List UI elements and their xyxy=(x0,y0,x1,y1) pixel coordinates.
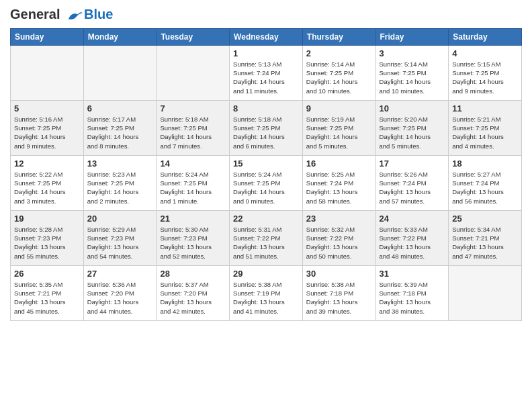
day-info: Sunrise: 5:20 AM Sunset: 7:25 PM Dayligh… xyxy=(380,115,445,150)
day-info: Sunrise: 5:27 AM Sunset: 7:24 PM Dayligh… xyxy=(452,170,518,205)
weekday-header-tuesday: Tuesday xyxy=(157,28,230,45)
day-number: 9 xyxy=(306,103,372,113)
calendar-week-row: 26Sunrise: 5:35 AM Sunset: 7:21 PM Dayli… xyxy=(11,265,522,320)
day-number: 31 xyxy=(380,269,445,279)
calendar-week-row: 12Sunrise: 5:22 AM Sunset: 7:25 PM Dayli… xyxy=(11,155,522,210)
day-info: Sunrise: 5:38 AM Sunset: 7:18 PM Dayligh… xyxy=(306,280,372,316)
calendar-cell: 21Sunrise: 5:30 AM Sunset: 7:23 PM Dayli… xyxy=(157,210,230,265)
day-info: Sunrise: 5:25 AM Sunset: 7:24 PM Dayligh… xyxy=(306,170,372,205)
calendar-cell: 25Sunrise: 5:34 AM Sunset: 7:21 PM Dayli… xyxy=(449,210,522,265)
weekday-header-monday: Monday xyxy=(83,28,157,45)
calendar-cell: 16Sunrise: 5:25 AM Sunset: 7:24 PM Dayli… xyxy=(302,155,375,210)
weekday-header-sunday: Sunday xyxy=(11,28,84,45)
day-number: 15 xyxy=(233,158,299,169)
day-info: Sunrise: 5:32 AM Sunset: 7:22 PM Dayligh… xyxy=(306,225,372,261)
day-number: 1 xyxy=(233,48,299,58)
day-info: Sunrise: 5:29 AM Sunset: 7:23 PM Dayligh… xyxy=(87,225,153,261)
day-info: Sunrise: 5:24 AM Sunset: 7:25 PM Dayligh… xyxy=(160,170,226,205)
day-number: 7 xyxy=(160,103,226,113)
day-number: 13 xyxy=(87,158,153,169)
day-info: Sunrise: 5:21 AM Sunset: 7:25 PM Dayligh… xyxy=(452,115,518,150)
calendar-cell xyxy=(449,265,522,320)
calendar-week-row: 1Sunrise: 5:13 AM Sunset: 7:24 PM Daylig… xyxy=(11,45,522,100)
day-info: Sunrise: 5:18 AM Sunset: 7:25 PM Dayligh… xyxy=(160,115,226,150)
day-number: 18 xyxy=(452,158,518,169)
day-number: 5 xyxy=(14,103,80,113)
weekday-header-thursday: Thursday xyxy=(302,28,375,45)
calendar-cell xyxy=(83,45,157,100)
calendar-cell: 26Sunrise: 5:35 AM Sunset: 7:21 PM Dayli… xyxy=(11,265,84,320)
day-info: Sunrise: 5:39 AM Sunset: 7:18 PM Dayligh… xyxy=(380,280,445,316)
calendar-cell: 15Sunrise: 5:24 AM Sunset: 7:25 PM Dayli… xyxy=(230,155,303,210)
day-info: Sunrise: 5:31 AM Sunset: 7:22 PM Dayligh… xyxy=(233,225,299,261)
calendar-cell: 17Sunrise: 5:26 AM Sunset: 7:24 PM Dayli… xyxy=(375,155,449,210)
calendar-cell: 31Sunrise: 5:39 AM Sunset: 7:18 PM Dayli… xyxy=(375,265,449,320)
day-info: Sunrise: 5:23 AM Sunset: 7:25 PM Dayligh… xyxy=(87,170,153,205)
day-number: 29 xyxy=(233,269,299,279)
day-info: Sunrise: 5:19 AM Sunset: 7:25 PM Dayligh… xyxy=(306,115,372,150)
day-info: Sunrise: 5:18 AM Sunset: 7:25 PM Dayligh… xyxy=(233,115,299,150)
day-number: 2 xyxy=(306,48,372,58)
calendar-cell: 14Sunrise: 5:24 AM Sunset: 7:25 PM Dayli… xyxy=(157,155,230,210)
day-info: Sunrise: 5:16 AM Sunset: 7:25 PM Dayligh… xyxy=(14,115,80,150)
calendar-cell: 3Sunrise: 5:14 AM Sunset: 7:25 PM Daylig… xyxy=(375,45,449,100)
day-info: Sunrise: 5:33 AM Sunset: 7:22 PM Dayligh… xyxy=(380,225,445,261)
day-info: Sunrise: 5:26 AM Sunset: 7:24 PM Dayligh… xyxy=(380,170,445,205)
day-info: Sunrise: 5:14 AM Sunset: 7:25 PM Dayligh… xyxy=(306,60,372,95)
calendar-cell: 7Sunrise: 5:18 AM Sunset: 7:25 PM Daylig… xyxy=(157,100,230,155)
calendar-cell xyxy=(157,45,230,100)
calendar-cell: 30Sunrise: 5:38 AM Sunset: 7:18 PM Dayli… xyxy=(302,265,375,320)
calendar-cell: 20Sunrise: 5:29 AM Sunset: 7:23 PM Dayli… xyxy=(83,210,157,265)
calendar-cell: 13Sunrise: 5:23 AM Sunset: 7:25 PM Dayli… xyxy=(83,155,157,210)
logo: General Blue xyxy=(10,7,113,23)
day-number: 12 xyxy=(14,158,80,169)
calendar-cell: 1Sunrise: 5:13 AM Sunset: 7:24 PM Daylig… xyxy=(230,45,303,100)
day-number: 22 xyxy=(233,214,299,224)
day-number: 25 xyxy=(452,214,518,224)
day-number: 16 xyxy=(306,158,372,169)
header: General Blue xyxy=(10,7,522,23)
calendar-table: SundayMondayTuesdayWednesdayThursdayFrid… xyxy=(10,28,522,321)
day-info: Sunrise: 5:36 AM Sunset: 7:20 PM Dayligh… xyxy=(87,280,153,316)
calendar-cell: 10Sunrise: 5:20 AM Sunset: 7:25 PM Dayli… xyxy=(375,100,449,155)
weekday-header-wednesday: Wednesday xyxy=(230,28,303,45)
weekday-header-row: SundayMondayTuesdayWednesdayThursdayFrid… xyxy=(11,28,522,45)
calendar-cell: 24Sunrise: 5:33 AM Sunset: 7:22 PM Dayli… xyxy=(375,210,449,265)
calendar-week-row: 5Sunrise: 5:16 AM Sunset: 7:25 PM Daylig… xyxy=(11,100,522,155)
calendar-cell: 12Sunrise: 5:22 AM Sunset: 7:25 PM Dayli… xyxy=(11,155,84,210)
calendar-cell: 28Sunrise: 5:37 AM Sunset: 7:20 PM Dayli… xyxy=(157,265,230,320)
calendar-cell: 8Sunrise: 5:18 AM Sunset: 7:25 PM Daylig… xyxy=(230,100,303,155)
day-info: Sunrise: 5:30 AM Sunset: 7:23 PM Dayligh… xyxy=(160,225,226,261)
day-number: 26 xyxy=(14,269,80,279)
calendar-cell: 11Sunrise: 5:21 AM Sunset: 7:25 PM Dayli… xyxy=(449,100,522,155)
calendar-cell: 4Sunrise: 5:15 AM Sunset: 7:25 PM Daylig… xyxy=(449,45,522,100)
day-number: 3 xyxy=(380,48,445,58)
day-number: 17 xyxy=(380,158,445,169)
day-number: 11 xyxy=(452,103,518,113)
calendar-week-row: 19Sunrise: 5:28 AM Sunset: 7:23 PM Dayli… xyxy=(11,210,522,265)
day-number: 4 xyxy=(452,48,518,58)
day-info: Sunrise: 5:13 AM Sunset: 7:24 PM Dayligh… xyxy=(233,60,299,95)
day-number: 21 xyxy=(160,214,226,224)
day-info: Sunrise: 5:38 AM Sunset: 7:19 PM Dayligh… xyxy=(233,280,299,316)
calendar-cell: 23Sunrise: 5:32 AM Sunset: 7:22 PM Dayli… xyxy=(302,210,375,265)
page: General Blue SundayMondayTuesdayWednesda… xyxy=(0,0,532,411)
weekday-header-saturday: Saturday xyxy=(449,28,522,45)
day-number: 23 xyxy=(306,214,372,224)
calendar-cell: 9Sunrise: 5:19 AM Sunset: 7:25 PM Daylig… xyxy=(302,100,375,155)
day-number: 27 xyxy=(87,269,153,279)
calendar-cell: 22Sunrise: 5:31 AM Sunset: 7:22 PM Dayli… xyxy=(230,210,303,265)
day-info: Sunrise: 5:17 AM Sunset: 7:25 PM Dayligh… xyxy=(87,115,153,150)
weekday-header-friday: Friday xyxy=(375,28,449,45)
day-number: 14 xyxy=(160,158,226,169)
calendar-cell xyxy=(11,45,84,100)
day-number: 10 xyxy=(380,103,445,113)
day-number: 8 xyxy=(233,103,299,113)
day-number: 6 xyxy=(87,103,153,113)
logo-bird-icon xyxy=(65,8,84,23)
day-number: 30 xyxy=(306,269,372,279)
day-number: 20 xyxy=(87,214,153,224)
calendar-cell: 2Sunrise: 5:14 AM Sunset: 7:25 PM Daylig… xyxy=(302,45,375,100)
day-number: 28 xyxy=(160,269,226,279)
day-info: Sunrise: 5:35 AM Sunset: 7:21 PM Dayligh… xyxy=(14,280,80,316)
